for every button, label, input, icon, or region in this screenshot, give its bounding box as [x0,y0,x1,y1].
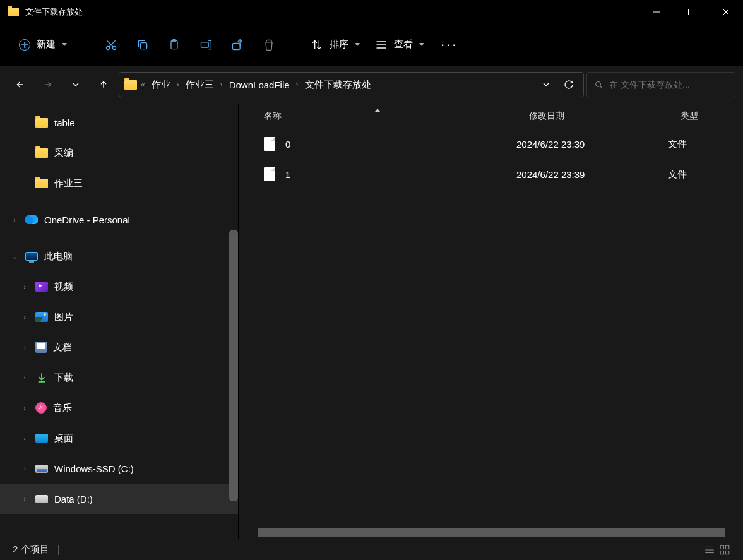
file-date: 2024/6/22 23:39 [516,139,668,150]
window-title: 文件下载存放处 [25,6,639,18]
file-name: 0 [285,139,290,150]
forward-button[interactable] [35,72,61,97]
file-type: 文件 [668,138,743,150]
svg-rect-25 [720,545,723,549]
cut-button[interactable] [97,31,126,59]
column-type[interactable]: 类型 [668,110,743,122]
chevron-down-icon [419,43,424,46]
drive-icon [35,495,48,503]
svg-rect-8 [141,42,147,49]
sidebar-downloads[interactable]: ›下载 [0,362,238,393]
status-bar: 2 个项目 [0,539,743,560]
file-list: 名称 修改日期 类型 0 2024/6/22 23:39 文件 1 2024/6… [239,104,743,539]
sidebar-onedrive[interactable]: ›OneDrive - Personal [0,205,238,235]
file-row[interactable]: 0 2024/6/22 23:39 文件 [239,129,743,159]
new-label: 新建 [37,39,56,51]
svg-rect-1 [688,9,694,15]
rename-button[interactable] [191,31,220,59]
separator [294,35,294,54]
search-box[interactable] [586,72,735,97]
details-view-icon[interactable] [704,544,715,556]
column-header: 名称 修改日期 类型 [239,104,743,129]
share-button[interactable] [223,31,252,59]
sidebar-folder[interactable]: table [0,107,238,138]
pc-icon [25,252,38,261]
scrollbar-thumb[interactable] [258,528,725,537]
chevron-right-icon: › [20,313,29,321]
sidebar-pictures[interactable]: ›图片 [0,302,238,332]
chevron-down-icon [62,43,67,46]
folder-icon [35,118,48,128]
svg-line-21 [600,86,602,88]
item-count: 2 个项目 [13,544,49,556]
sidebar: table 采编 作业三 ›OneDrive - Personal ⌄此电脑 ›… [0,104,239,539]
sort-indicator-icon [375,109,380,112]
sidebar-desktop[interactable]: ›桌面 [0,423,238,453]
new-button[interactable]: 新建 [10,33,76,56]
file-name: 1 [285,169,290,180]
address-dropdown[interactable] [537,72,556,97]
chevron-right-icon: › [20,434,29,442]
folder-icon [35,179,48,188]
chevron-right-icon: › [20,283,29,290]
view-button[interactable]: 查看 [369,33,431,56]
separator [58,545,59,555]
breadcrumb-item[interactable]: 作业三 [183,79,217,91]
sidebar-videos[interactable]: ›视频 [0,271,238,302]
back-button[interactable] [8,72,33,97]
download-icon [35,371,48,384]
title-bar: 文件下载存放处 [0,0,743,24]
up-button[interactable] [91,72,116,97]
scrollbar-thumb[interactable] [229,230,238,501]
view-icon [375,39,388,51]
sidebar-thispc[interactable]: ⌄此电脑 [0,241,238,271]
column-name[interactable]: 名称 [239,110,516,122]
sidebar-music[interactable]: ›音乐 [0,393,238,423]
chevron-down-icon [355,43,360,46]
chevron-right-icon: › [20,374,29,381]
paste-button[interactable] [160,31,189,59]
folder-icon [8,8,19,16]
sidebar-drive-c[interactable]: ›Windows-SSD (C:) [0,453,238,484]
file-date: 2024/6/22 23:39 [516,169,668,180]
sort-button[interactable]: 排序 [304,33,366,56]
recent-button[interactable] [63,72,88,97]
icons-view-icon[interactable] [719,544,730,556]
chevron-right-icon: › [220,80,223,89]
close-button[interactable] [708,0,743,24]
video-icon [35,282,48,292]
toolbar: 新建 排序 查看 ··· [0,24,743,66]
chevron-right-icon: › [20,465,29,472]
minimize-button[interactable] [639,0,674,24]
folder-icon [124,80,137,90]
maximize-button[interactable] [674,0,708,24]
copy-button[interactable] [128,31,157,59]
more-button[interactable]: ··· [433,32,465,58]
address-bar[interactable]: « 作业 › 作业三 › DownLoadFile › 文件下载存放处 [119,72,584,97]
sidebar-documents[interactable]: ›文档 [0,332,238,362]
separator [86,35,86,54]
sidebar-drive-d[interactable]: ›Data (D:) [0,484,238,514]
horizontal-scrollbar[interactable] [258,527,743,539]
file-row[interactable]: 1 2024/6/22 23:39 文件 [239,159,743,189]
plus-icon [19,39,30,51]
folder-icon [35,148,48,158]
breadcrumb-item[interactable]: DownLoadFile [227,80,292,90]
svg-point-20 [596,81,601,86]
chevron-right-icon: › [10,216,19,223]
chevron-down-icon: ⌄ [10,253,19,261]
chevron-right-icon: › [296,80,299,89]
sidebar-folder[interactable]: 采编 [0,138,238,168]
svg-rect-27 [720,551,723,554]
refresh-button[interactable] [559,72,578,97]
view-label: 查看 [394,39,413,51]
breadcrumb-item[interactable]: 作业 [149,79,173,91]
search-icon [595,80,603,90]
breadcrumb-overflow[interactable]: « [141,80,145,89]
sidebar-folder[interactable]: 作业三 [0,168,238,198]
column-date[interactable]: 修改日期 [516,110,668,122]
search-input[interactable] [609,80,727,90]
breadcrumb-item[interactable]: 文件下载存放处 [302,79,374,91]
delete-button[interactable] [254,31,283,59]
nav-bar: « 作业 › 作业三 › DownLoadFile › 文件下载存放处 [0,66,743,104]
